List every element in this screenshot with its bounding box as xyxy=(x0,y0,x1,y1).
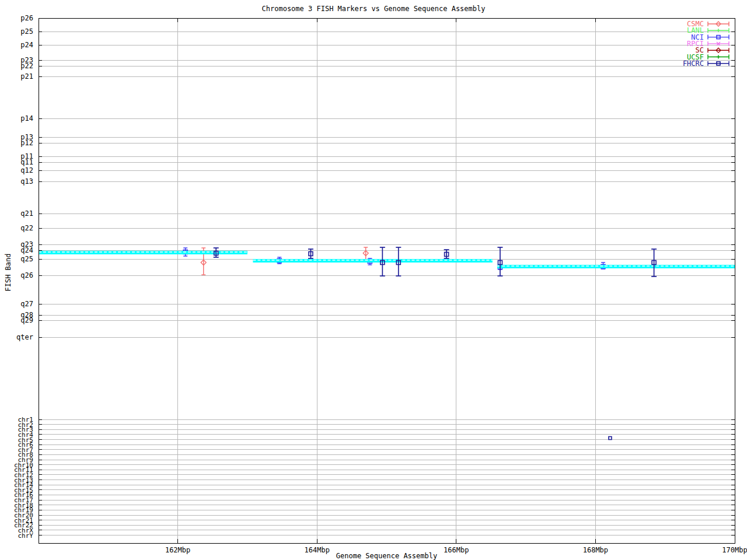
data-point-fhcrc xyxy=(497,247,502,276)
axes-border xyxy=(39,18,735,543)
data-point-fhcrc xyxy=(380,247,385,276)
y-tick-label: q29 xyxy=(20,316,33,324)
y-tick-label: p25 xyxy=(20,27,33,36)
data-point-fhcrc xyxy=(214,248,219,257)
legend-label: FHCRC xyxy=(683,60,704,68)
assembly-band xyxy=(253,259,492,262)
data-point-fhcrc xyxy=(444,250,449,258)
y-tick-label: p12 xyxy=(20,139,33,147)
y-tick-label: p26 xyxy=(20,14,33,22)
y-tick-label: p24 xyxy=(20,41,33,49)
legend-entry-fhcrc: FHCRC xyxy=(683,60,729,68)
y-tick-label: p14 xyxy=(20,114,33,123)
y-tick-label: q13 xyxy=(20,177,33,186)
y-tick-label: q26 xyxy=(20,271,33,279)
y-tick-label: q27 xyxy=(20,300,33,308)
data-point-csmc xyxy=(363,247,368,260)
chart-figure: Chromosome 3 FISH Markers vs Genome Sequ… xyxy=(0,0,747,560)
y-tick-label: q21 xyxy=(20,209,33,218)
legend-entry-rpci: RPCI xyxy=(687,40,729,48)
y-tick-label: q11 xyxy=(20,158,33,166)
data-point-fhcrc xyxy=(609,437,612,440)
assembly-bands-layer xyxy=(39,251,735,268)
tick-labels: p26p25p24p23p22p21p14p13p12p11q11q12q13q… xyxy=(14,14,747,554)
y-tick-label: q22 xyxy=(20,224,33,232)
data-point-fhcrc xyxy=(651,249,657,276)
chart-canvas: p26p25p24p23p22p21p14p13p12p11q11q12q13q… xyxy=(0,0,747,560)
y-tick-label: p21 xyxy=(20,72,33,80)
y-tick-label: q25 xyxy=(20,255,33,263)
y-tick-label: q12 xyxy=(20,166,33,174)
x-axis-label: Genome Sequence Assembly xyxy=(39,552,735,560)
points-over-layer xyxy=(214,247,657,440)
y-tick-label: q24 xyxy=(20,246,33,254)
data-point-fhcrc xyxy=(396,247,401,276)
assembly-band xyxy=(497,265,735,268)
y-tick-label: qter xyxy=(16,333,33,341)
y-tick-label-chromosome: chrY xyxy=(18,532,34,540)
y-tick-label: p22 xyxy=(20,62,33,70)
gridlines xyxy=(39,18,735,543)
legend: CSMCLANLNCIRPCISCUCSFFHCRC xyxy=(683,20,729,68)
